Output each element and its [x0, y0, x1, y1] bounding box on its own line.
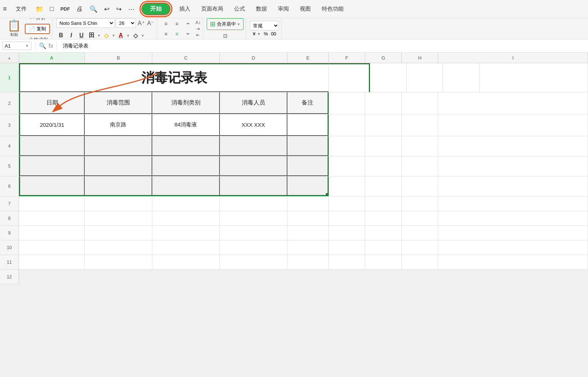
- col-header-f[interactable]: F: [329, 53, 365, 63]
- menu-item-data[interactable]: 数据: [254, 4, 269, 14]
- undo-icon[interactable]: ↩: [104, 5, 110, 13]
- align-mid-center[interactable]: ≡: [172, 29, 182, 39]
- cell-f6[interactable]: [329, 176, 365, 196]
- cut-button[interactable]: ✂ 剪切: [25, 18, 50, 22]
- cell-e1-extra[interactable]: [329, 63, 370, 92]
- cell-h9[interactable]: [402, 226, 438, 240]
- cell-g3[interactable]: [365, 114, 402, 136]
- cell-g8[interactable]: [365, 211, 402, 225]
- cell-i11[interactable]: [438, 255, 588, 269]
- merge-center-button[interactable]: ⊞ 合并居中 ▼: [207, 18, 244, 30]
- col-header-c[interactable]: C: [152, 53, 220, 63]
- cell-d2[interactable]: 消毒人员: [220, 92, 287, 114]
- cell-a7[interactable]: [19, 197, 85, 211]
- cell-i1[interactable]: [480, 63, 588, 92]
- cell-h8[interactable]: [402, 211, 438, 225]
- copy-button[interactable]: 📄 复制: [25, 24, 50, 34]
- zoom-icon[interactable]: 🔍: [39, 42, 46, 49]
- cell-f8[interactable]: [329, 211, 365, 225]
- col-header-b[interactable]: B: [85, 53, 152, 63]
- row-num-5[interactable]: 5: [0, 156, 19, 176]
- cell-d11[interactable]: [220, 255, 287, 269]
- formula-input[interactable]: [61, 42, 586, 50]
- cell-c11[interactable]: [152, 255, 220, 269]
- align-mid-right[interactable]: ⬌: [183, 29, 193, 39]
- menu-item-view[interactable]: 视图: [298, 4, 313, 14]
- cell-i4[interactable]: [438, 136, 588, 156]
- cell-h5[interactable]: [402, 156, 438, 176]
- corner-cell[interactable]: [0, 53, 19, 63]
- cell-b5[interactable]: [85, 156, 152, 176]
- col-header-a[interactable]: A: [19, 53, 85, 63]
- cell-h6[interactable]: [402, 176, 438, 196]
- cell-g9[interactable]: [365, 226, 402, 240]
- cell-h4[interactable]: [402, 136, 438, 156]
- yuan-button[interactable]: ¥: [253, 31, 255, 37]
- cell-h11[interactable]: [402, 255, 438, 269]
- cell-b4[interactable]: [85, 136, 152, 156]
- cell-f3[interactable]: [329, 114, 365, 136]
- col-header-d[interactable]: D: [220, 53, 287, 63]
- pdf-icon[interactable]: PDF: [60, 6, 70, 12]
- cell-f4[interactable]: [329, 136, 365, 156]
- cell-g2[interactable]: [365, 92, 402, 114]
- cell-e10[interactable]: [287, 240, 329, 255]
- row-num-7[interactable]: 7: [0, 197, 19, 211]
- cell-b6[interactable]: [85, 176, 152, 196]
- cell-d10[interactable]: [220, 240, 287, 255]
- col-header-i[interactable]: I: [438, 53, 588, 63]
- border-button[interactable]: 田: [87, 31, 96, 39]
- cell-f2[interactable]: [329, 92, 365, 114]
- cell-a3[interactable]: 2020/1/31: [19, 114, 85, 136]
- cell-i5[interactable]: [438, 156, 588, 176]
- cell-c10[interactable]: [152, 240, 220, 255]
- more-icon[interactable]: ⋯: [128, 5, 135, 13]
- cell-g5[interactable]: [365, 156, 402, 176]
- cell-b11[interactable]: [85, 255, 152, 269]
- eraser-button[interactable]: ◇: [131, 31, 140, 39]
- cell-e9[interactable]: [287, 226, 329, 240]
- underline-button[interactable]: U: [77, 31, 86, 39]
- cell-d3[interactable]: XXX XXX: [220, 114, 287, 136]
- cell-h2[interactable]: [402, 92, 438, 114]
- fill-color-button[interactable]: ◇: [102, 31, 111, 39]
- hamburger-icon[interactable]: ≡: [3, 5, 7, 13]
- cell-e6[interactable]: [287, 176, 329, 196]
- number-format-select[interactable]: 常规: [250, 21, 279, 30]
- cell-d4[interactable]: [220, 136, 287, 156]
- fill-color-dropdown-icon[interactable]: ▼: [112, 34, 115, 38]
- cell-g4[interactable]: [365, 136, 402, 156]
- cell-g11[interactable]: [365, 255, 402, 269]
- cell-e8[interactable]: [287, 211, 329, 225]
- percent-button[interactable]: %: [264, 31, 268, 37]
- align-top-center[interactable]: ≡: [172, 19, 182, 28]
- font-size-select[interactable]: 26: [116, 18, 136, 28]
- cell-d9[interactable]: [220, 226, 287, 240]
- cell-b8[interactable]: [85, 211, 152, 225]
- font-name-select[interactable]: Noto Sans S Chin: [56, 18, 115, 28]
- cell-h7[interactable]: [402, 197, 438, 211]
- cell-b10[interactable]: [85, 240, 152, 255]
- row-num-1[interactable]: 1: [0, 63, 19, 92]
- cell-ref-dropdown-icon[interactable]: ▼: [25, 44, 29, 48]
- row-num-10[interactable]: 10: [0, 240, 19, 255]
- cell-i8[interactable]: [438, 211, 588, 225]
- cell-d8[interactable]: [220, 211, 287, 225]
- search-icon[interactable]: 🔍: [89, 5, 98, 13]
- cell-a9[interactable]: [19, 226, 85, 240]
- row-num-12[interactable]: 12: [0, 270, 19, 284]
- cell-e11[interactable]: [287, 255, 329, 269]
- cell-c5[interactable]: [152, 156, 220, 176]
- align-top-left[interactable]: ≡: [161, 19, 171, 28]
- cell-f11[interactable]: [329, 255, 365, 269]
- cell-c9[interactable]: [152, 226, 220, 240]
- cell-h3[interactable]: [402, 114, 438, 136]
- align-mid-left[interactable]: ≡: [161, 29, 171, 39]
- row-num-8[interactable]: 8: [0, 211, 19, 226]
- cell-i6[interactable]: [438, 176, 588, 196]
- cell-i2[interactable]: [438, 92, 588, 114]
- font-size-decrease-button[interactable]: A⁻: [146, 20, 155, 27]
- font-color-button[interactable]: A: [116, 31, 126, 39]
- cell-e5[interactable]: [287, 156, 329, 176]
- cell-g10[interactable]: [365, 240, 402, 255]
